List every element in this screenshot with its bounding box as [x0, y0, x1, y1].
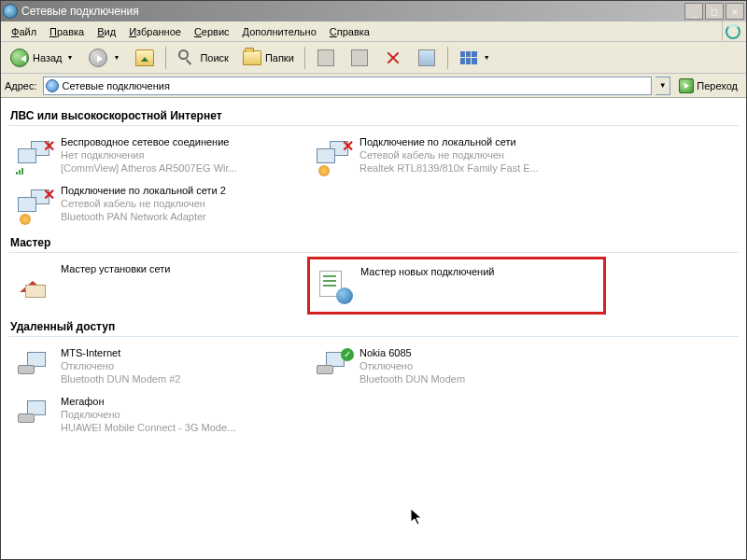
lan-connection-icon: ✕ [313, 135, 354, 176]
undo-icon [416, 48, 437, 68]
connection-item[interactable]: ✕ Подключение по локальной сети Сетевой … [307, 132, 606, 180]
copy-to-icon [349, 48, 370, 68]
app-icon [3, 4, 18, 19]
dialup-connection-icon [14, 395, 55, 436]
menu-edit[interactable]: Правка [43, 24, 91, 39]
forward-icon [88, 48, 108, 68]
connection-item[interactable]: ✕ Подключение по локальной сети 2 Сетево… [8, 180, 307, 229]
menu-tools[interactable]: Сервис [188, 24, 236, 39]
group-header-lan: ЛВС или высокоскоростной Интернет [8, 102, 739, 126]
go-icon [679, 78, 694, 93]
connection-item[interactable]: Мегафон Подключено HUAWEI Mobile Connect… [8, 391, 307, 440]
connection-status: Подключено [61, 408, 235, 421]
content-area: ЛВС или высокоскоростной Интернет ✕ Бесп… [1, 98, 746, 559]
app-logo [722, 21, 742, 42]
connection-device: HUAWEI Mobile Connect - 3G Mode... [61, 421, 235, 434]
connection-device: Bluetooth PAN Network Adapter [61, 210, 226, 223]
folders-button[interactable]: Папки [237, 45, 299, 71]
menubar: Файл Правка Вид Избранное Сервис Дополни… [1, 21, 746, 42]
connection-status: Сетевой кабель не подключен [359, 148, 539, 161]
forward-button[interactable]: ▼ [83, 45, 126, 71]
connection-title: Беспроводное сетевое соединение [61, 135, 237, 148]
connection-device: [CommView] Atheros AR5007EG Wir... [61, 161, 237, 175]
chevron-down-icon[interactable]: ▼ [65, 54, 76, 61]
folders-label: Папки [265, 52, 294, 63]
folders-icon [242, 48, 262, 68]
network-setup-wizard-icon [14, 262, 55, 303]
wizard-item[interactable]: Мастер установки сети [8, 259, 307, 313]
connection-item[interactable]: ✕ Беспроводное сетевое соединение Нет по… [8, 132, 307, 180]
toolbar-separator [304, 47, 305, 69]
address-value: Сетевые подключения [63, 80, 170, 91]
dialup-connection-icon: ✓ [313, 346, 354, 387]
go-button[interactable]: Переход [674, 76, 742, 96]
toolbar-separator [165, 47, 166, 69]
lan-items: ✕ Беспроводное сетевое соединение Нет по… [8, 132, 739, 229]
menu-file[interactable]: Файл [5, 24, 43, 39]
wireless-connection-icon: ✕ [14, 135, 55, 176]
toolbar: Назад ▼ ▼ Поиск Папки ▼ [1, 42, 746, 74]
minimize-button[interactable]: _ [684, 3, 703, 20]
address-dropdown[interactable]: ▼ [655, 77, 670, 95]
chevron-down-icon[interactable]: ▼ [111, 54, 121, 61]
connection-status: Отключено [359, 359, 465, 372]
views-button[interactable]: ▼ [454, 45, 497, 71]
move-to-button[interactable] [311, 45, 341, 71]
back-button[interactable]: Назад ▼ [5, 45, 79, 71]
move-to-icon [316, 48, 336, 68]
go-label: Переход [697, 80, 738, 91]
search-label: Поиск [200, 52, 228, 63]
back-icon [9, 48, 30, 68]
connection-device: Bluetooth DUN Modem #2 [61, 372, 180, 385]
views-icon [458, 48, 479, 68]
menu-help[interactable]: Справка [323, 24, 376, 39]
menu-view[interactable]: Вид [91, 24, 122, 39]
connection-status: Нет подключения [61, 148, 237, 161]
connection-title: Мегафон [61, 395, 235, 408]
up-folder-icon [134, 48, 155, 68]
connection-status: Отключено [61, 359, 180, 372]
menu-advanced[interactable]: Дополнительно [236, 24, 323, 39]
up-button[interactable] [130, 45, 160, 71]
copy-to-button[interactable] [345, 45, 374, 71]
maximize-button[interactable]: □ [705, 3, 724, 20]
connection-status: Сетевой кабель не подключен [61, 197, 226, 210]
addressbar-label: Адрес: [5, 80, 39, 91]
connection-device: Bluetooth DUN Modem [359, 372, 465, 385]
wizard-items: Мастер установки сети Мастер новых подкл… [8, 259, 739, 313]
group-header-wizard: Мастер [8, 229, 739, 253]
close-button[interactable]: ✕ [726, 3, 744, 20]
back-label: Назад [33, 52, 63, 63]
window-title: Сетевые подключения [21, 5, 684, 18]
chevron-down-icon[interactable]: ▼ [482, 54, 492, 61]
undo-button[interactable] [412, 45, 442, 71]
wizard-title: Мастер установки сети [61, 262, 171, 275]
connection-title: Подключение по локальной сети [359, 135, 539, 148]
lan-connection-icon: ✕ [14, 184, 55, 225]
connection-title: MTS-Internet [61, 346, 180, 359]
search-icon [176, 48, 197, 68]
group-header-remote: Удаленный доступ [8, 313, 739, 337]
connection-item[interactable]: MTS-Internet Отключено Bluetooth DUN Mod… [8, 343, 307, 391]
dialup-connection-icon [14, 346, 55, 387]
remote-items: MTS-Internet Отключено Bluetooth DUN Mod… [8, 343, 739, 440]
connection-item[interactable]: ✓ Nokia 6085 Отключено Bluetooth DUN Mod… [307, 343, 606, 391]
toolbar-separator [447, 47, 448, 69]
address-input[interactable]: Сетевые подключения [43, 77, 653, 95]
wizard-title: Мастер новых подключений [360, 265, 494, 278]
connection-title: Подключение по локальной сети 2 [61, 184, 226, 197]
delete-button[interactable] [378, 45, 408, 71]
addressbar: Адрес: Сетевые подключения ▼ Переход [1, 74, 746, 98]
connection-device: Realtek RTL8139/810x Family Fast E... [359, 161, 539, 175]
titlebar: Сетевые подключения _ □ ✕ [1, 1, 746, 21]
menu-favorites[interactable]: Избранное [122, 24, 188, 39]
connection-title: Nokia 6085 [359, 346, 465, 359]
search-button[interactable]: Поиск [172, 45, 233, 71]
delete-icon [383, 48, 403, 68]
location-icon [46, 79, 59, 92]
wizard-item-highlighted[interactable]: Мастер новых подключений [307, 257, 606, 315]
new-connection-wizard-icon [314, 265, 355, 306]
window-frame: Сетевые подключения _ □ ✕ Файл Правка Ви… [0, 0, 747, 560]
